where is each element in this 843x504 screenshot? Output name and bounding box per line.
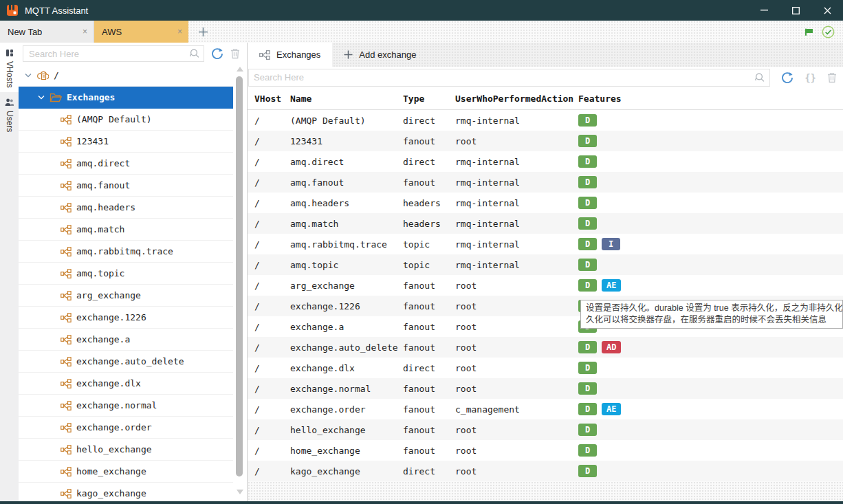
table-row[interactable]: / exchange.order fanout c_management DAE: [248, 399, 843, 419]
table-row[interactable]: / (AMQP Default) direct rmq-internal D: [248, 110, 843, 131]
feature-badge-i[interactable]: I: [602, 238, 620, 250]
cell-type: headers: [403, 198, 455, 208]
cell-user: root: [455, 446, 573, 456]
table-row[interactable]: / amq.rabbitmq.trace topic rmq-internal …: [248, 234, 843, 254]
tree-item-exchange[interactable]: amq.fanout: [19, 175, 233, 197]
tree-root-vhost[interactable]: /: [19, 65, 233, 87]
table-row[interactable]: / home_exchange fanout root D: [248, 440, 843, 461]
table-row[interactable]: / amq.headers headers rmq-internal D: [248, 193, 843, 213]
feature-badge-d[interactable]: D: [578, 135, 597, 147]
cell-user: root: [455, 281, 573, 291]
tree-item-exchange[interactable]: amq.topic: [19, 263, 233, 285]
tree-scrollbar[interactable]: [236, 66, 244, 500]
tree-folder-exchanges[interactable]: Exchanges: [19, 87, 233, 109]
exchange-search-box: [248, 69, 770, 87]
chevron-down-icon[interactable]: [38, 95, 45, 100]
tree-item-exchange[interactable]: amq.headers: [19, 197, 233, 219]
tree-item-exchange[interactable]: amq.rabbitmq.trace: [19, 241, 233, 263]
sidebar-item-users[interactable]: Users: [0, 92, 19, 142]
feature-badge-ad[interactable]: AD: [602, 341, 621, 353]
feature-badge-d[interactable]: D: [578, 382, 597, 395]
sidebar-item-label: Users: [5, 111, 14, 132]
tree-item-label: amq.rabbitmq.trace: [76, 246, 173, 256]
tree-delete-icon[interactable]: [230, 48, 240, 59]
feature-badge-d[interactable]: D: [578, 176, 597, 188]
feature-badge-d[interactable]: D: [578, 197, 597, 209]
tree-item-label: amq.direct: [76, 158, 130, 168]
cell-features: D: [573, 465, 843, 477]
feature-badge-d[interactable]: D: [578, 238, 597, 250]
cell-user: rmq-internal: [455, 198, 573, 208]
sidebar-item-vhosts[interactable]: VHosts: [0, 43, 19, 92]
add-tab-button[interactable]: [188, 21, 217, 43]
tree-refresh-icon[interactable]: [211, 47, 223, 60]
tab-add-exchange[interactable]: Add exchange: [332, 43, 428, 67]
tab-aws[interactable]: AWS ×: [94, 21, 188, 43]
cell-name: exchange.auto_delete: [290, 342, 403, 353]
feature-badge-d[interactable]: D: [578, 279, 597, 292]
tree-item-exchange[interactable]: exchange.dlx: [19, 373, 233, 395]
exchange-search-input[interactable]: [248, 69, 770, 87]
table-row[interactable]: / amq.match headers rmq-internal D: [248, 213, 843, 234]
tree-item-exchange[interactable]: hello_exchange: [19, 439, 233, 461]
cell-user: rmq-internal: [455, 177, 573, 188]
chevron-down-icon[interactable]: [25, 73, 32, 78]
tree-item-exchange[interactable]: 123431: [19, 131, 233, 153]
table-row[interactable]: / hello_exchange fanout root D: [248, 419, 843, 440]
tree-item-exchange[interactable]: kago_exchange: [19, 483, 233, 501]
tree-item-exchange[interactable]: (AMQP Default): [19, 109, 233, 131]
tree-item-exchange[interactable]: arg_exchange: [19, 285, 233, 307]
table-row[interactable]: / exchange.normal fanout root D: [248, 378, 843, 399]
scrollbar-up-icon[interactable]: [237, 67, 243, 72]
table-row[interactable]: / exchange.dlx direct root D: [248, 358, 843, 378]
feature-badge-d[interactable]: D: [578, 114, 597, 127]
tab-close-icon[interactable]: ×: [177, 28, 182, 36]
tree-item-exchange[interactable]: exchange.1226: [19, 307, 233, 329]
exchange-icon: [61, 291, 72, 300]
table-row[interactable]: / amq.topic topic rmq-internal D: [248, 254, 843, 275]
close-button[interactable]: [811, 0, 843, 21]
feature-badge-d[interactable]: D: [578, 155, 597, 168]
tab-new-tab[interactable]: New Tab ×: [0, 21, 94, 43]
tree-item-exchange[interactable]: exchange.normal: [19, 395, 233, 417]
scrollbar-down-icon[interactable]: [237, 490, 243, 494]
tree-item-exchange[interactable]: exchange.auto_delete: [19, 351, 233, 373]
table-delete-icon[interactable]: [827, 72, 837, 83]
feature-badge-d[interactable]: D: [578, 362, 597, 374]
connection-tab-bar: New Tab × AWS ×: [0, 21, 843, 43]
flag-icon[interactable]: [804, 27, 814, 37]
tab-exchanges[interactable]: Exchanges: [248, 43, 332, 67]
maximize-button[interactable]: [780, 0, 811, 21]
table-refresh-icon[interactable]: [781, 72, 793, 84]
feature-badge-d[interactable]: D: [578, 465, 597, 477]
table-row[interactable]: / amq.direct direct rmq-internal D: [248, 151, 843, 172]
table-row[interactable]: / kago_exchange direct root D: [248, 461, 843, 481]
scrollbar-thumb[interactable]: [236, 76, 243, 476]
table-row[interactable]: / amq.fanout fanout rmq-internal D: [248, 172, 843, 193]
minimize-button[interactable]: [748, 0, 780, 21]
exchange-icon: [61, 357, 72, 366]
tree-item-label: exchange.normal: [76, 400, 157, 410]
table-body: / (AMQP Default) direct rmq-internal D /…: [248, 110, 843, 481]
feature-badge-ae[interactable]: AE: [602, 403, 621, 415]
tree-item-exchange[interactable]: amq.direct: [19, 153, 233, 175]
feature-badge-d[interactable]: D: [578, 403, 597, 415]
connection-ok-icon[interactable]: [822, 25, 835, 39]
tree-item-exchange[interactable]: amq.match: [19, 219, 233, 241]
braces-icon[interactable]: {}: [804, 72, 816, 83]
feature-badge-d[interactable]: D: [578, 424, 597, 436]
tree-item-exchange[interactable]: home_exchange: [19, 461, 233, 483]
tree-search-input[interactable]: [23, 45, 204, 62]
feature-badge-d[interactable]: D: [578, 217, 597, 230]
tree-item-exchange[interactable]: exchange.order: [19, 417, 233, 439]
feature-badge-d[interactable]: D: [578, 444, 597, 457]
feature-badge-d[interactable]: D: [578, 341, 597, 353]
tree-item-exchange[interactable]: exchange.a: [19, 329, 233, 351]
table-row[interactable]: / 123431 fanout root D: [248, 131, 843, 151]
feature-badge-ae[interactable]: AE: [602, 279, 621, 292]
table-row[interactable]: / arg_exchange fanout root DAE: [248, 275, 843, 296]
cell-features: D: [573, 155, 843, 168]
feature-badge-d[interactable]: D: [578, 259, 597, 271]
tab-close-icon[interactable]: ×: [83, 28, 87, 36]
table-row[interactable]: / exchange.auto_delete fanout root DAD: [248, 337, 843, 358]
